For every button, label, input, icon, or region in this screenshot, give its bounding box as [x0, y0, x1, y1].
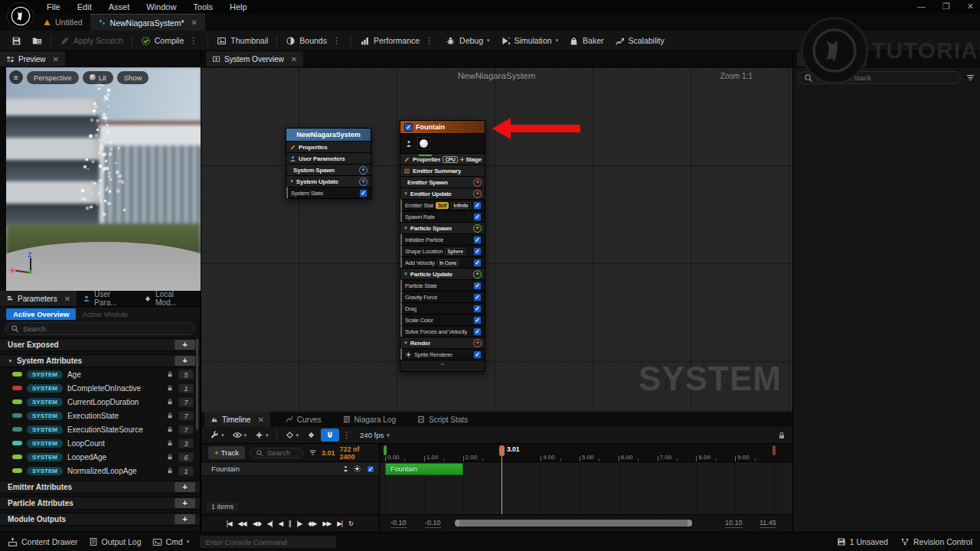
lock-icon[interactable]: [166, 370, 174, 378]
add-parameter-button[interactable]: +: [175, 498, 195, 508]
parameter-row-normalizedloopage[interactable]: SYSTEMNormalizedLoopAge1: [0, 464, 200, 478]
parameter-row-bcompleteoninactive[interactable]: SYSTEMbCompleteOnInactive1: [0, 381, 200, 395]
toolbar-compile-button[interactable]: Compile⋮: [136, 31, 205, 51]
fountain-node-header[interactable]: ✓ Fountain: [400, 121, 485, 133]
parameter-row-executionstatesource[interactable]: SYSTEMExecutionStateSource7: [0, 422, 200, 436]
add-module-button[interactable]: +: [473, 178, 482, 187]
viewport-perspective-button[interactable]: Perspective: [27, 71, 79, 84]
enabled-checkbox[interactable]: ✓: [473, 201, 482, 210]
toolbar-bounds-button[interactable]: Bounds⋮: [280, 31, 348, 51]
toolbar-simulation-button[interactable]: Simulation▾: [495, 31, 564, 51]
add-module-button[interactable]: +: [473, 190, 482, 198]
fountain-row-render[interactable]: ▼Render+: [400, 337, 485, 348]
close-icon[interactable]: ✕: [291, 55, 297, 64]
view-options-button[interactable]: ▾: [229, 430, 250, 440]
parameters-scrollbar[interactable]: [196, 338, 198, 430]
tab-selection[interactable]: Selection ✕: [797, 51, 867, 67]
playback-range-end-grip[interactable]: [773, 445, 776, 455]
parameters-search-input[interactable]: Search: [5, 322, 195, 335]
lock-icon[interactable]: [166, 384, 174, 392]
transport-play-reverse-button[interactable]: ◀: [276, 520, 286, 527]
playback-range-start-grip[interactable]: [384, 445, 387, 455]
lock-icon[interactable]: [166, 425, 174, 433]
fountain-row-scale-color[interactable]: Scale Color✓: [400, 314, 485, 325]
fountain-row-gravity-force[interactable]: Gravity Force✓: [400, 291, 485, 302]
section-user-exposed[interactable]: User Exposed+: [0, 338, 200, 351]
add-parameter-button[interactable]: +: [175, 356, 195, 366]
fountain-row-spawn-rate[interactable]: Spawn Rate✓: [400, 210, 485, 222]
menu-help[interactable]: Help: [221, 2, 256, 12]
transport-jump-forward-button[interactable]: ▶▶: [320, 520, 334, 527]
revision-control-button[interactable]: Revision Control: [900, 537, 972, 546]
stack-search-input[interactable]: Search the stack: [798, 71, 961, 84]
fountain-row-particle-spawn[interactable]: ▼Particle Spawn+: [400, 222, 485, 233]
fountain-row-emitter-update[interactable]: ▼Emitter Update+: [400, 187, 485, 199]
active-overview-button[interactable]: Active Overview: [6, 308, 76, 320]
emitter-enabled-checkbox[interactable]: ✓: [404, 123, 413, 132]
transport-go-to-start-button[interactable]: |◀: [224, 520, 234, 527]
emitter-thumbnail[interactable]: [417, 137, 430, 150]
transport-prev-key-button[interactable]: ◀◆: [250, 520, 263, 527]
fountain-row-drag[interactable]: Drag✓: [400, 302, 485, 314]
fountain-timeline-bar[interactable]: Fountain: [385, 463, 463, 475]
parameter-row-executionstate[interactable]: SYSTEMExecutionState7: [0, 409, 200, 422]
lock-icon[interactable]: [166, 467, 174, 474]
toolbar-browse-button[interactable]: [27, 31, 47, 51]
unsaved-button[interactable]: 1 Unsaved: [837, 537, 888, 546]
enabled-checkbox[interactable]: ✓: [473, 213, 482, 221]
isolate-icon[interactable]: [342, 465, 349, 473]
fountain-row-particle-update[interactable]: ▼Particle Update+: [400, 268, 485, 279]
toolbar-scalability-button[interactable]: Scalability: [609, 31, 670, 51]
enabled-checkbox[interactable]: ✓: [473, 247, 482, 256]
snap-magnet-button[interactable]: [321, 429, 339, 442]
tab-user-para[interactable]: User Para...: [77, 291, 138, 306]
fountain-row-sprite-renderer[interactable]: Sprite Renderer✓: [400, 348, 485, 360]
lock-icon[interactable]: [166, 439, 174, 447]
lock-icon[interactable]: [166, 412, 174, 419]
parameter-row-loopedage[interactable]: SYSTEMLoopedAge6: [0, 450, 200, 464]
fountain-row-shape-location[interactable]: Shape LocationSphere✓: [400, 245, 485, 256]
timeline-hscrollbar[interactable]: [455, 520, 692, 527]
enabled-checkbox[interactable]: ✓: [473, 305, 482, 313]
transport-jump-back-button[interactable]: ◀◀: [235, 520, 249, 527]
close-button[interactable]: ✕: [967, 2, 974, 11]
render-visibility-icon[interactable]: [353, 465, 361, 473]
tab-curves[interactable]: Curves: [279, 412, 328, 427]
current-time-value[interactable]: 3.01: [322, 449, 335, 457]
tab-system-overview[interactable]: System Overview ✕: [206, 51, 303, 67]
filter-icon[interactable]: [965, 73, 975, 83]
transport-step-back-button[interactable]: ◀|: [264, 520, 275, 527]
fountain-row-emitter-summary[interactable]: Emitter Summary: [400, 165, 485, 176]
menu-tools[interactable]: Tools: [185, 2, 221, 12]
add-track-button[interactable]: +Track: [208, 446, 245, 459]
fountain-row-add-velocity[interactable]: Add VelocityIn Cone✓: [400, 256, 485, 268]
timeline-track-area[interactable]: Fountain: [379, 462, 792, 514]
timeline-ruler[interactable]: 0.001.002.004.005.006.007.008.009.00: [379, 444, 792, 462]
transport-next-key-button[interactable]: ◆▶: [305, 520, 319, 527]
settings-wrench-button[interactable]: ▾: [207, 430, 227, 440]
fountain-row-emitter-state[interactable]: Emitter StateSelfInfinite✓: [400, 199, 485, 210]
system-node-header[interactable]: NewNiagaraSystem: [286, 129, 371, 141]
content-drawer-button[interactable]: Content Drawer: [8, 537, 78, 547]
view-end-value[interactable]: 10.10: [725, 519, 743, 528]
more-options-icon[interactable]: ⋮: [423, 36, 435, 46]
more-options-icon[interactable]: ⋮: [188, 36, 199, 46]
tab-untitled[interactable]: Untitled: [35, 14, 90, 31]
fps-selector[interactable]: 240 fps▾: [354, 431, 390, 439]
add-parameter-button[interactable]: +: [175, 340, 195, 350]
add-stage-button[interactable]: + Stage: [460, 155, 482, 164]
more-options-icon[interactable]: ⋮: [331, 36, 342, 46]
enabled-checkbox[interactable]: ✓: [473, 316, 482, 324]
viewport-menu-button[interactable]: ≡: [9, 70, 23, 84]
system-row-system-update[interactable]: ▼System Update+: [286, 175, 371, 187]
toolbar-debug-button[interactable]: Debug▾: [440, 31, 495, 51]
lock-icon[interactable]: [777, 431, 786, 440]
parameter-row-currentloopduration[interactable]: SYSTEMCurrentLoopDuration7: [0, 395, 200, 409]
system-row-system-state[interactable]: System State✓: [286, 187, 371, 198]
toolbar-baker-button[interactable]: Baker: [564, 31, 609, 51]
tab-preview[interactable]: Preview ✕: [0, 51, 65, 67]
collapse-node-button[interactable]: ⌃: [400, 360, 485, 371]
close-icon[interactable]: ✕: [854, 55, 860, 64]
lock-icon[interactable]: [166, 398, 174, 406]
enabled-checkbox[interactable]: ✓: [473, 282, 482, 290]
